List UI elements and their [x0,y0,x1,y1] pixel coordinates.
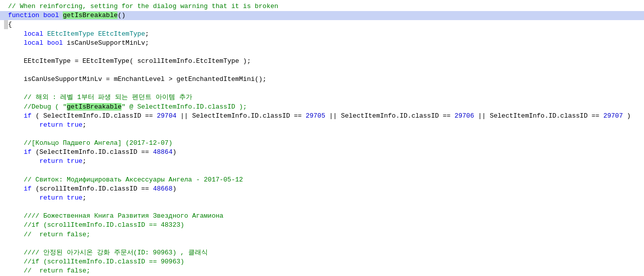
line-content: //[Кольцо Падшего Ангела] (2017-12-07) [8,139,173,148]
line-content: // Свиток: Модифицировать Аксессуары Анг… [8,175,243,185]
line-content: if ( SelectItemInfo.ID.classID == 29704 … [8,112,631,121]
code-line: return true; [0,194,644,203]
code-line [0,84,644,93]
code-line [0,48,644,57]
code-line: if (scrollItemInfo.ID.classID == 48668) [0,185,644,194]
code-line: // return false; [0,230,644,239]
line-content: isCanUseSupportMinLv = mEnchantLevel > g… [8,75,267,84]
code-line: local EEtcItemType EEtcItemType; [0,30,644,39]
line-content: //// Божественная Книга Развития Звездно… [8,212,223,221]
code-line: if ( SelectItemInfo.ID.classID == 29704 … [0,112,644,121]
code-line: return true; [0,121,644,130]
line-content: // 해외 : 레벨 1부터 파생 되는 펜던트 아이템 추가 [8,93,192,102]
line-content: EEtcItemType = EEtcItemType( scrollItemI… [8,57,251,66]
code-line: //// Божественная Книга Развития Звездно… [0,212,644,221]
line-content: //if (scrollItemInfo.ID.classID == 90963… [8,257,184,266]
line-content: return true; [8,121,86,130]
code-line: //[Кольцо Падшего Ангела] (2017-12-07) [0,139,644,148]
code-line: //// 안정된 아가시온 강화 주문서(ID: 90963) , 클래식 [0,248,644,257]
code-line: //if (scrollItemInfo.ID.classID == 90963… [0,257,644,266]
code-line: // return false; [0,266,644,275]
code-line: EEtcItemType = EEtcItemType( scrollItemI… [0,57,644,66]
line-content: { [8,20,12,29]
code-line [0,166,644,175]
line-content: //if (scrollItemInfo.ID.classID == 48323… [8,221,184,230]
code-line: function bool getIsBreakable() [0,11,644,20]
line-content: //Debug ( "getIsBreakable" @ SelectItemI… [8,103,247,112]
line-content: function bool getIsBreakable() [8,11,125,20]
line-content: if (SelectItemInfo.ID.classID == 48864) [8,148,177,157]
code-line: // When reinforcing, setting for the dia… [0,2,644,11]
code-line: return true; [0,157,644,166]
code-line: local bool isCanUseSupportMinLv; [0,39,644,48]
code-line: // Свиток: Модифицировать Аксессуары Анг… [0,175,644,185]
line-content: // return false; [8,266,90,275]
code-editor: // When reinforcing, setting for the dia… [0,0,644,276]
line-content: if (scrollItemInfo.ID.classID == 48668) [8,185,177,194]
code-line: { [0,20,644,29]
code-line: //Debug ( "getIsBreakable" @ SelectItemI… [0,103,644,112]
code-line [0,130,644,139]
line-content: local EEtcItemType EEtcItemType; [8,30,149,39]
code-line [0,203,644,212]
line-content: //// 안정된 아가시온 강화 주문서(ID: 90963) , 클래식 [8,248,208,257]
code-line: if (SelectItemInfo.ID.classID == 48864) [0,148,644,157]
code-line: // 해외 : 레벨 1부터 파생 되는 펜던트 아이템 추가 [0,93,644,102]
line-content: return true; [8,157,86,166]
code-line: //if (scrollItemInfo.ID.classID == 48323… [0,221,644,230]
code-line [0,239,644,248]
code-line [0,66,644,75]
line-content: // return false; [8,230,90,239]
line-content: // When reinforcing, setting for the dia… [8,2,278,11]
line-content: return true; [8,194,86,203]
code-line: isCanUseSupportMinLv = mEnchantLevel > g… [0,75,644,84]
line-content: local bool isCanUseSupportMinLv; [8,39,149,48]
